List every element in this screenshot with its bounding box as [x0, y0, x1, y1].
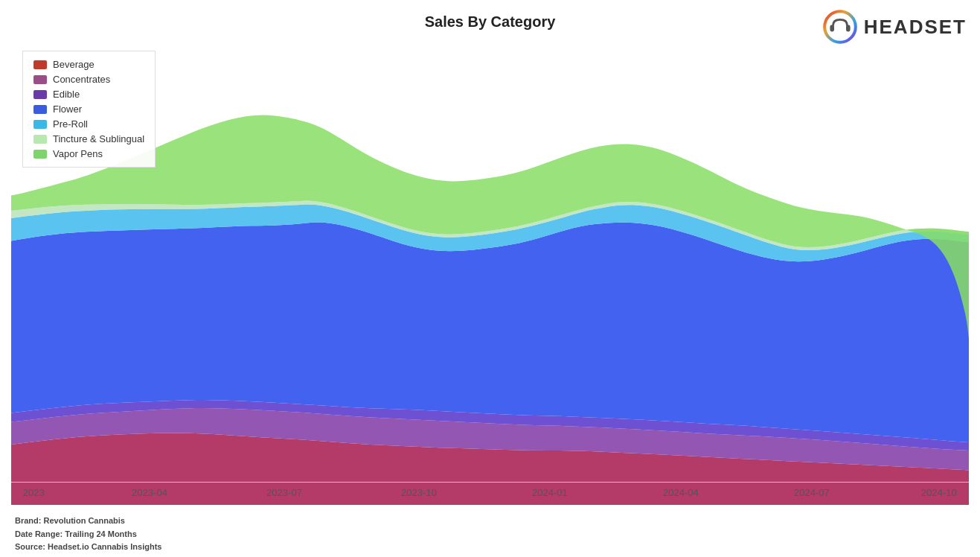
legend-item-beverage: Beverage [33, 59, 144, 70]
logo: HEADSET [822, 9, 967, 45]
footer-info: Brand: Revolution Cannabis Date Range: T… [15, 515, 161, 554]
legend-item-concentrates: Concentrates [33, 74, 144, 85]
logo-text: HEADSET [864, 16, 967, 39]
legend-item-vapor-pens: Vapor Pens [33, 148, 144, 159]
date-range-value: Trailing 24 Months [65, 529, 137, 538]
legend-swatch [33, 90, 47, 99]
legend-label: Flower [53, 104, 82, 115]
svg-rect-2 [846, 25, 851, 32]
legend-swatch [33, 105, 47, 114]
legend-label: Pre-Roll [53, 118, 88, 130]
date-range-label: Date Range: [15, 529, 63, 538]
svg-text:2023-04: 2023-04 [132, 487, 167, 498]
legend-item-pre-roll: Pre-Roll [33, 118, 144, 130]
legend-item-tincture-&-sublingual: Tincture & Sublingual [33, 133, 144, 144]
svg-point-0 [824, 11, 856, 42]
chart-legend: BeverageConcentratesEdibleFlowerPre-Roll… [22, 51, 156, 168]
source-label: Source: [15, 542, 45, 551]
brand-label: Brand: [15, 516, 41, 525]
legend-swatch [33, 150, 47, 159]
svg-text:2024-07: 2024-07 [794, 487, 830, 498]
svg-text:2024-01: 2024-01 [532, 487, 568, 498]
legend-swatch [33, 120, 47, 129]
svg-text:2024-10: 2024-10 [921, 487, 957, 498]
svg-text:2023-10: 2023-10 [401, 487, 437, 498]
legend-item-flower: Flower [33, 104, 144, 115]
source-value: Headset.io Cannabis Insights [48, 542, 161, 551]
brand-value: Revolution Cannabis [44, 516, 125, 525]
svg-text:2023-07: 2023-07 [266, 487, 302, 498]
svg-rect-1 [830, 25, 834, 32]
legend-swatch [33, 60, 47, 69]
page-container: Sales By Category HEADSET BeverageConcen… [0, 0, 980, 557]
legend-label: Concentrates [53, 74, 110, 85]
legend-item-edible: Edible [33, 89, 144, 100]
svg-text:2024-04: 2024-04 [663, 487, 699, 498]
legend-label: Vapor Pens [53, 148, 103, 159]
legend-label: Beverage [53, 59, 95, 70]
legend-swatch [33, 75, 47, 84]
legend-label: Edible [53, 89, 80, 100]
legend-label: Tincture & Sublingual [53, 133, 144, 144]
headset-logo-icon [822, 9, 858, 45]
svg-text:2023: 2023 [23, 487, 45, 498]
legend-swatch [33, 135, 47, 144]
